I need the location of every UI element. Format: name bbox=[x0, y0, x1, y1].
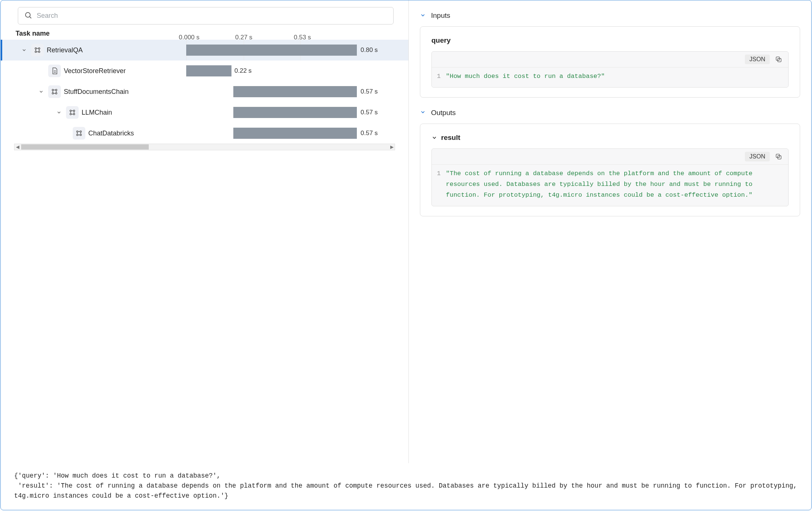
right-panel: Inputs query JSON 1 "How much does it co… bbox=[409, 0, 811, 463]
duration-bar bbox=[233, 86, 357, 97]
outputs-section-header[interactable]: Outputs bbox=[420, 109, 800, 117]
timeline-cell: 0.80 s bbox=[171, 40, 408, 60]
task-label: VectorStoreRetriever bbox=[64, 67, 126, 75]
scroll-right-arrow-icon[interactable]: ▶ bbox=[389, 144, 395, 150]
search-box[interactable] bbox=[18, 7, 394, 24]
raw-output-text: {'query': 'How much does it cost to run … bbox=[1, 463, 811, 510]
json-format-badge[interactable]: JSON bbox=[745, 55, 770, 64]
svg-point-2 bbox=[35, 48, 36, 49]
main-panels: Task name 0.000 s 0.27 s 0.53 s Retrieva… bbox=[1, 0, 811, 463]
chevron-down-icon[interactable] bbox=[37, 88, 45, 96]
svg-point-31 bbox=[80, 134, 82, 136]
svg-point-22 bbox=[70, 114, 71, 115]
search-input[interactable] bbox=[37, 12, 387, 20]
result-code-toolbar: JSON bbox=[432, 149, 788, 165]
chevron-down-icon bbox=[420, 12, 426, 19]
left-panel: Task name 0.000 s 0.27 s 0.53 s Retrieva… bbox=[1, 0, 409, 463]
query-card-title: query bbox=[431, 36, 789, 45]
svg-point-23 bbox=[73, 114, 75, 115]
svg-point-21 bbox=[73, 110, 75, 111]
inputs-query-card: query JSON 1 "How much does it cost to r… bbox=[420, 26, 800, 98]
scroll-thumb[interactable] bbox=[21, 144, 149, 150]
duration-label: 0.57 s bbox=[361, 109, 378, 116]
svg-point-30 bbox=[76, 134, 78, 136]
svg-point-0 bbox=[26, 13, 30, 17]
document-icon bbox=[48, 65, 61, 77]
chain-icon bbox=[73, 127, 85, 140]
horizontal-scrollbar[interactable]: ◀ ▶ bbox=[14, 144, 395, 150]
duration-label: 0.57 s bbox=[361, 130, 378, 137]
chain-icon bbox=[66, 106, 79, 119]
svg-point-4 bbox=[35, 51, 36, 53]
task-rows: RetrievalQA0.80 sVectorStoreRetriever0.2… bbox=[1, 40, 408, 144]
result-code-body: 1 "The cost of running a database depend… bbox=[432, 165, 788, 206]
chevron-down-icon[interactable] bbox=[55, 108, 63, 117]
svg-point-5 bbox=[39, 51, 40, 53]
grid-header: Task name 0.000 s 0.27 s 0.53 s bbox=[1, 24, 408, 40]
task-cell: ChatDatabricks bbox=[14, 127, 171, 140]
svg-point-12 bbox=[52, 89, 53, 91]
task-cell: StuffDocumentsChain bbox=[14, 85, 171, 98]
svg-point-15 bbox=[56, 93, 57, 94]
task-row-retrievalqa[interactable]: RetrievalQA0.80 s bbox=[1, 40, 408, 60]
svg-point-20 bbox=[70, 110, 71, 111]
task-label: StuffDocumentsChain bbox=[64, 88, 129, 96]
duration-bar bbox=[233, 107, 357, 118]
query-code-toolbar: JSON bbox=[432, 52, 788, 68]
copy-button[interactable] bbox=[775, 56, 782, 63]
timeline-cell: 0.57 s bbox=[171, 81, 408, 102]
chevron-placeholder bbox=[37, 67, 45, 75]
duration-label: 0.80 s bbox=[361, 46, 378, 54]
inputs-section-title: Inputs bbox=[431, 12, 450, 20]
chain-icon bbox=[31, 44, 44, 56]
outputs-section-title: Outputs bbox=[431, 109, 456, 117]
chevron-down-icon[interactable] bbox=[20, 46, 28, 54]
outputs-result-card: result JSON 1 "The cost of running a dat… bbox=[420, 124, 800, 216]
search-icon bbox=[24, 11, 32, 20]
task-row-stuffdocumentschain[interactable]: StuffDocumentsChain0.57 s bbox=[1, 81, 408, 102]
svg-point-14 bbox=[52, 93, 53, 94]
svg-line-1 bbox=[30, 17, 31, 18]
task-cell: VectorStoreRetriever bbox=[14, 65, 171, 77]
result-code-text: "The cost of running a database depends … bbox=[446, 168, 783, 201]
task-cell: LLMChain bbox=[14, 106, 171, 119]
svg-point-28 bbox=[76, 131, 78, 132]
timeline-cell: 0.57 s bbox=[171, 123, 408, 144]
json-format-badge[interactable]: JSON bbox=[745, 152, 770, 161]
task-row-llmchain[interactable]: LLMChain0.57 s bbox=[1, 102, 408, 123]
copy-button[interactable] bbox=[775, 153, 782, 160]
task-name-column-header: Task name bbox=[16, 30, 171, 37]
task-row-vectorstoreretriever[interactable]: VectorStoreRetriever0.22 s bbox=[1, 60, 408, 81]
svg-point-13 bbox=[56, 89, 57, 91]
task-cell: RetrievalQA bbox=[14, 44, 171, 56]
duration-bar bbox=[186, 45, 357, 56]
timeline-cell: 0.22 s bbox=[171, 60, 408, 81]
trace-viewer-container: Task name 0.000 s 0.27 s 0.53 s Retrieva… bbox=[0, 0, 812, 510]
result-title-text: result bbox=[441, 134, 460, 142]
search-wrapper bbox=[1, 7, 408, 24]
duration-bar bbox=[233, 128, 357, 139]
task-label: RetrievalQA bbox=[47, 46, 83, 54]
result-code-block: JSON 1 "The cost of running a database d… bbox=[431, 148, 789, 206]
chevron-down-icon bbox=[431, 135, 437, 141]
chevron-down-icon bbox=[420, 109, 426, 116]
duration-bar bbox=[186, 65, 231, 76]
task-label: LLMChain bbox=[82, 109, 112, 117]
inputs-section-header[interactable]: Inputs bbox=[420, 12, 800, 20]
svg-point-3 bbox=[39, 48, 40, 49]
query-code-text: "How much does it cost to run a database… bbox=[446, 71, 605, 82]
query-code-block: JSON 1 "How much does it cost to run a d… bbox=[431, 51, 789, 88]
query-code-body: 1 "How much does it cost to run a databa… bbox=[432, 68, 788, 87]
line-number: 1 bbox=[435, 168, 446, 201]
scroll-left-arrow-icon[interactable]: ◀ bbox=[14, 144, 20, 150]
result-card-title[interactable]: result bbox=[431, 134, 789, 142]
task-label: ChatDatabricks bbox=[88, 130, 134, 137]
duration-label: 0.22 s bbox=[234, 67, 252, 75]
task-row-chatdatabricks[interactable]: ChatDatabricks0.57 s bbox=[1, 123, 408, 144]
timeline-cell: 0.57 s bbox=[171, 102, 408, 123]
svg-point-29 bbox=[80, 131, 82, 132]
duration-label: 0.57 s bbox=[361, 88, 378, 95]
chain-icon bbox=[48, 85, 61, 98]
line-number: 1 bbox=[435, 71, 446, 82]
